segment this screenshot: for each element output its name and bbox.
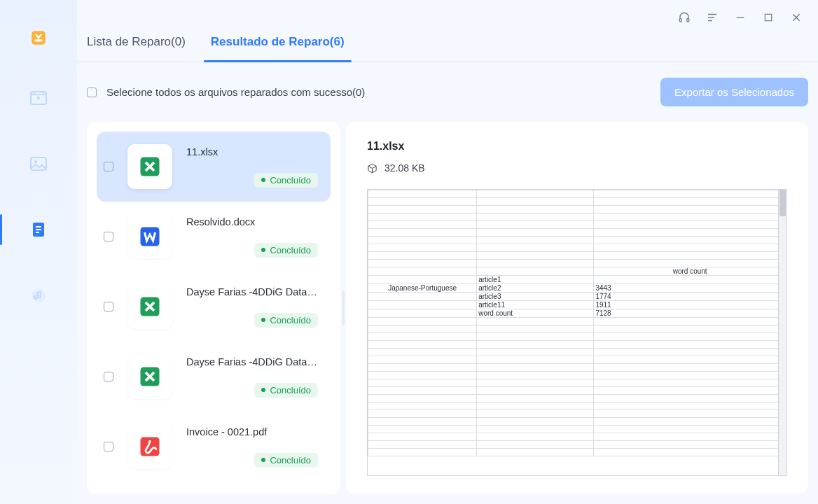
sidebar-item-video[interactable] bbox=[23, 83, 54, 113]
tab-repair-list[interactable]: Lista de Reparo(0) bbox=[87, 35, 186, 62]
svg-rect-26 bbox=[141, 438, 160, 456]
file-card[interactable]: Dayse Farias -4DDiG Data R...Concluído bbox=[97, 342, 331, 412]
file-name: 11.xlsx bbox=[186, 146, 318, 158]
file-checkbox[interactable] bbox=[104, 162, 113, 172]
main-area: Lista de Reparo(0) Resultado de Reparo(6… bbox=[77, 0, 818, 504]
sidebar bbox=[0, 0, 77, 504]
file-checkbox[interactable] bbox=[104, 232, 113, 241]
file-type-icon bbox=[127, 144, 172, 189]
select-row: Selecione todos os arquivos reparados co… bbox=[77, 62, 818, 122]
file-checkbox[interactable] bbox=[104, 302, 113, 312]
minimize-icon[interactable] bbox=[734, 11, 747, 24]
file-card[interactable]: 11.xlsxConcluído bbox=[97, 132, 331, 202]
sidebar-item-photo[interactable] bbox=[23, 148, 54, 179]
file-checkbox[interactable] bbox=[104, 372, 113, 382]
export-selected-button[interactable]: Exportar os Selecionados bbox=[660, 78, 808, 106]
preview-meta: 32.08 KB bbox=[367, 162, 787, 174]
svg-point-7 bbox=[34, 160, 37, 163]
file-type-icon bbox=[127, 284, 172, 329]
file-status-badge: Concluído bbox=[254, 173, 318, 188]
file-list-panel: 11.xlsxConcluídoResolvido.docxConcluídoD… bbox=[87, 122, 340, 494]
panel-divider[interactable] bbox=[340, 122, 346, 494]
file-card[interactable]: Resolvido.docxConcluído bbox=[97, 202, 331, 272]
file-type-icon bbox=[127, 354, 172, 399]
maximize-icon[interactable] bbox=[762, 11, 775, 24]
file-checkbox[interactable] bbox=[104, 442, 113, 451]
file-status-badge: Concluído bbox=[254, 243, 318, 258]
menu-icon[interactable] bbox=[706, 11, 719, 24]
sidebar-item-audio[interactable] bbox=[23, 280, 54, 311]
file-type-icon bbox=[127, 424, 172, 469]
sidebar-item-document[interactable] bbox=[23, 214, 54, 245]
support-icon[interactable] bbox=[678, 11, 691, 24]
file-name: Resolvido.docx bbox=[186, 216, 318, 227]
filesize-icon bbox=[367, 163, 377, 174]
window-titlebar bbox=[77, 0, 818, 35]
content-area: 11.xlsxConcluídoResolvido.docxConcluídoD… bbox=[77, 122, 818, 504]
close-icon[interactable] bbox=[790, 11, 803, 24]
file-status-badge: Concluído bbox=[254, 313, 318, 328]
file-card[interactable]: Invoice - 0021.pdfConcluído bbox=[97, 412, 331, 482]
file-name: Dayse Farias -4DDiG Data R... bbox=[186, 286, 318, 298]
tabs: Lista de Reparo(0) Resultado de Reparo(6… bbox=[77, 35, 818, 62]
file-status-badge: Concluído bbox=[254, 453, 318, 468]
spreadsheet-preview: word countarticle1Japanese-Portugueseart… bbox=[367, 189, 787, 476]
select-all-label: Selecione todos os arquivos reparados co… bbox=[106, 86, 365, 98]
file-type-icon bbox=[127, 214, 172, 259]
select-all-checkbox[interactable] bbox=[87, 88, 97, 97]
svg-rect-6 bbox=[31, 158, 46, 170]
svg-rect-14 bbox=[687, 19, 689, 22]
preview-panel: 11.xlsx 32.08 KB word countarticle1Japan… bbox=[346, 122, 808, 494]
svg-rect-1 bbox=[35, 39, 43, 41]
preview-scrollbar[interactable] bbox=[778, 190, 786, 475]
app-logo bbox=[29, 28, 48, 48]
file-name: Invoice - 0021.pdf bbox=[186, 426, 318, 438]
preview-filesize: 32.08 KB bbox=[384, 162, 425, 174]
preview-filename: 11.xlsx bbox=[367, 140, 787, 153]
file-card[interactable]: Dayse Farias -4DDiG Data R...Concluído bbox=[97, 272, 331, 342]
file-status-badge: Concluído bbox=[254, 383, 318, 398]
svg-rect-13 bbox=[679, 19, 681, 22]
file-name: Dayse Farias -4DDiG Data R... bbox=[186, 356, 318, 368]
tab-repair-result[interactable]: Resultado de Reparo(6) bbox=[211, 35, 345, 62]
svg-rect-19 bbox=[765, 14, 771, 20]
